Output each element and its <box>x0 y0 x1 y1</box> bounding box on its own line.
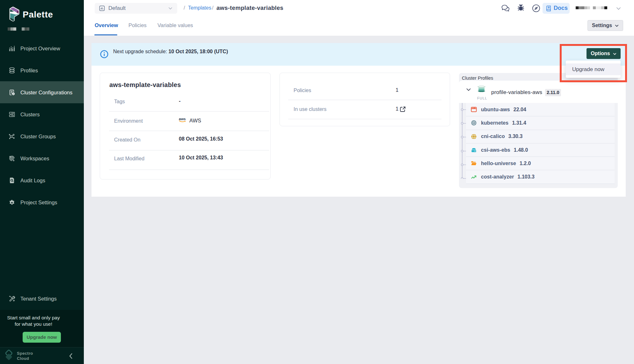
svg-text:aws: aws <box>179 117 186 121</box>
